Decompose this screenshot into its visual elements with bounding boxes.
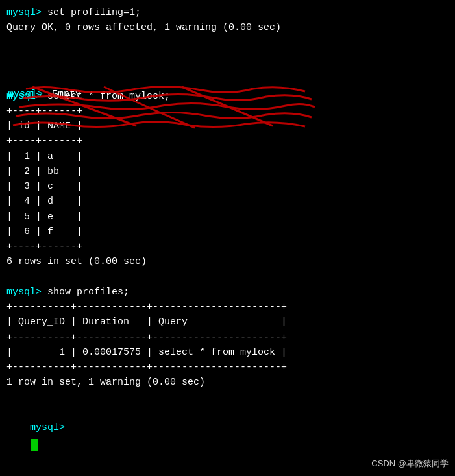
watermark: CSDN @卑微猿同学	[371, 458, 449, 470]
line-8: | id | NAME |	[6, 119, 449, 134]
line-11: | 2 | bb |	[6, 164, 449, 179]
line-13: | 4 | d |	[6, 194, 449, 209]
line-18	[6, 270, 449, 285]
line-6: mysql> select * from mylock;	[6, 89, 449, 104]
prompt-2: mysql>	[6, 91, 42, 102]
line-24: +----------+------------+---------------…	[6, 360, 449, 375]
line-19: mysql> show profiles;	[6, 285, 449, 300]
line-1: mysql> set profiling=1;	[6, 5, 449, 20]
line-2: Query OK, 0 rows affected, 1 warning (0.…	[6, 20, 449, 35]
line-16: +----+------+	[6, 239, 449, 254]
cursor	[31, 439, 38, 451]
line-14: | 5 | e |	[6, 209, 449, 224]
line-22: +----------+------------+---------------…	[6, 330, 449, 345]
line-10: | 1 | a |	[6, 149, 449, 164]
terminal-window: mysql> set profiling=1; Query OK, 0 rows…	[0, 0, 455, 476]
line-21: | Query_ID | Duration | Query |	[6, 315, 449, 329]
prompt-1: mysql>	[6, 7, 42, 18]
prompt-4: mysql>	[30, 422, 65, 433]
line-26	[6, 390, 449, 405]
line-23: | 1 | 0.00017575 | select * from mylock …	[6, 345, 449, 360]
line-27: mysql>	[6, 405, 449, 466]
line-25: 1 row in set, 1 warning (0.00 sec)	[6, 375, 449, 390]
scribble-region: mysql> Empty	[6, 37, 449, 89]
line-7: +----+------+	[6, 104, 449, 119]
prompt-3: mysql>	[6, 287, 42, 298]
line-9: +----+------+	[6, 134, 449, 149]
line-12: | 3 | c |	[6, 179, 449, 194]
line-15: | 6 | f |	[6, 224, 449, 239]
line-17: 6 rows in set (0.00 sec)	[6, 254, 449, 269]
line-20: +----------+------------+---------------…	[6, 300, 449, 315]
